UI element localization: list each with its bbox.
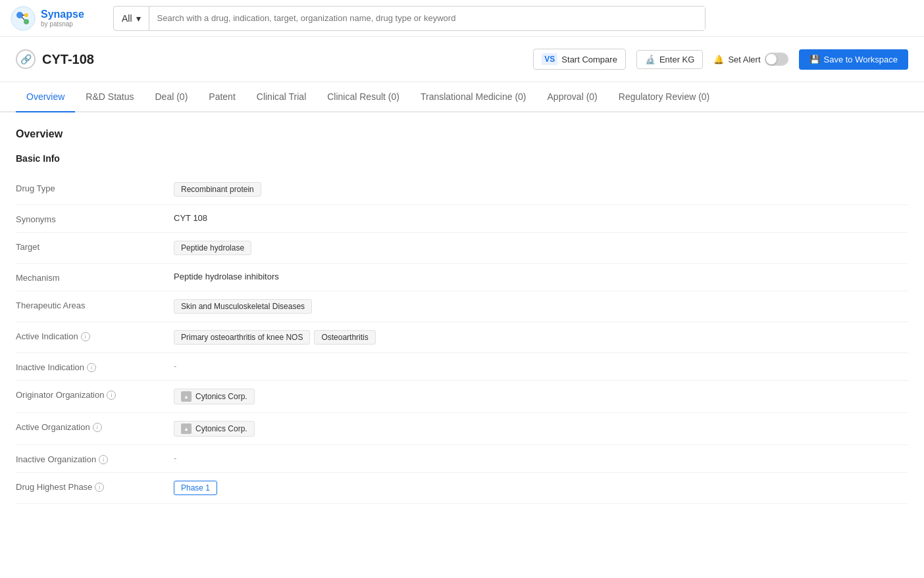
tab-translational-medicine[interactable]: Translational Medicine (0) bbox=[410, 82, 537, 112]
active-org-icon: ▲ bbox=[181, 423, 192, 434]
svg-point-4 bbox=[24, 13, 28, 17]
inactive-indication-label: Inactive Indication i bbox=[16, 361, 174, 372]
drug-title-area: 🔗 CYT-108 bbox=[16, 49, 533, 69]
target-tag[interactable]: Peptide hydrolase bbox=[174, 241, 251, 255]
synonyms-text: CYT 108 bbox=[174, 213, 207, 223]
drug-highest-phase-info-icon[interactable]: i bbox=[95, 483, 104, 492]
inactive-org-label: Inactive Organization i bbox=[16, 453, 174, 464]
drug-type-label: Drug Type bbox=[16, 182, 174, 193]
tab-clinical-trial[interactable]: Clinical Trial bbox=[246, 82, 317, 112]
save-icon: 💾 bbox=[809, 55, 820, 64]
active-indication-value: Primary osteoarthritis of knee NOS Osteo… bbox=[174, 330, 908, 345]
mechanism-label: Mechanism bbox=[16, 272, 174, 283]
inactive-indication-dash: - bbox=[174, 361, 176, 371]
filter-label: All bbox=[122, 13, 132, 24]
target-row: Target Peptide hydrolase bbox=[16, 233, 908, 264]
inactive-org-dash: - bbox=[174, 453, 176, 463]
originator-org-name: Cytonics Corp. bbox=[195, 392, 247, 401]
active-org-row: Active Organization i ▲ Cytonics Corp. bbox=[16, 413, 908, 445]
compare-icon: VS bbox=[542, 53, 557, 65]
set-alert-label: Set Alert bbox=[728, 55, 760, 64]
search-input[interactable] bbox=[149, 7, 705, 30]
logo-text-block: Synapse by patsnap bbox=[41, 9, 84, 28]
inactive-org-value: - bbox=[174, 453, 908, 463]
overview-section-title: Overview bbox=[16, 128, 908, 140]
therapeutic-areas-row: Therapeutic Areas Skin and Musculoskelet… bbox=[16, 291, 908, 322]
originator-org-tag[interactable]: ▲ Cytonics Corp. bbox=[174, 389, 255, 404]
synapse-logo-icon bbox=[11, 6, 36, 31]
synonyms-row: Synonyms CYT 108 bbox=[16, 205, 908, 233]
inactive-org-row: Inactive Organization i - bbox=[16, 445, 908, 473]
mechanism-row: Mechanism Peptide hydrolase inhibitors bbox=[16, 264, 908, 291]
active-org-info-icon[interactable]: i bbox=[93, 423, 102, 432]
drug-name: CYT-108 bbox=[42, 52, 94, 67]
drug-highest-phase-tag[interactable]: Phase 1 bbox=[174, 481, 217, 495]
originator-org-label: Originator Organization i bbox=[16, 389, 174, 400]
drug-highest-phase-row: Drug Highest Phase i Phase 1 bbox=[16, 473, 908, 504]
main-content: Overview Basic Info Drug Type Recombinan… bbox=[0, 112, 924, 519]
link-icon: 🔗 bbox=[20, 54, 32, 64]
tab-overview[interactable]: Overview bbox=[16, 82, 75, 112]
tab-approval[interactable]: Approval (0) bbox=[537, 82, 608, 112]
set-alert-toggle[interactable] bbox=[765, 53, 788, 66]
active-indication-tag-2[interactable]: Osteoarthritis bbox=[314, 330, 375, 345]
enter-kg-label: Enter KG bbox=[659, 55, 694, 64]
drug-type-tag[interactable]: Recombinant protein bbox=[174, 182, 261, 197]
active-indication-label: Active Indication i bbox=[16, 330, 174, 341]
logo-sub: by patsnap bbox=[41, 20, 84, 28]
top-header: Synapse by patsnap All ▾ bbox=[0, 0, 924, 37]
toggle-knob bbox=[766, 54, 777, 64]
active-org-tag[interactable]: ▲ Cytonics Corp. bbox=[174, 421, 255, 437]
drug-highest-phase-value: Phase 1 bbox=[174, 481, 908, 495]
therapeutic-areas-value: Skin and Musculoskeletal Diseases bbox=[174, 299, 908, 314]
originator-org-info-icon[interactable]: i bbox=[107, 391, 116, 400]
logo-area: Synapse by patsnap bbox=[11, 6, 103, 31]
therapeutic-areas-label: Therapeutic Areas bbox=[16, 299, 174, 310]
search-bar: All ▾ bbox=[113, 6, 706, 31]
tab-rd-status[interactable]: R&D Status bbox=[75, 82, 144, 112]
tab-deal[interactable]: Deal (0) bbox=[145, 82, 199, 112]
inactive-org-info-icon[interactable]: i bbox=[99, 455, 108, 464]
logo-name: Synapse bbox=[41, 9, 84, 20]
inactive-indication-info-icon[interactable]: i bbox=[87, 363, 96, 372]
drug-highest-phase-label: Drug Highest Phase i bbox=[16, 481, 174, 492]
tabs-bar: Overview R&D Status Deal (0) Patent Clin… bbox=[0, 82, 924, 112]
active-org-value: ▲ Cytonics Corp. bbox=[174, 421, 908, 437]
basic-info-title: Basic Info bbox=[16, 153, 908, 164]
save-to-workspace-label: Save to Workspace bbox=[824, 55, 898, 64]
mechanism-text: Peptide hydrolase inhibitors bbox=[174, 272, 279, 281]
synonyms-value: CYT 108 bbox=[174, 213, 908, 223]
drug-type-value: Recombinant protein bbox=[174, 182, 908, 197]
target-label: Target bbox=[16, 241, 174, 252]
inactive-indication-row: Inactive Indication i - bbox=[16, 353, 908, 381]
active-indication-tag-1[interactable]: Primary osteoarthritis of knee NOS bbox=[174, 330, 310, 345]
filter-dropdown[interactable]: All ▾ bbox=[114, 7, 149, 30]
alert-icon: 🔔 bbox=[713, 55, 724, 64]
org-icon: ▲ bbox=[181, 391, 192, 402]
drug-actions: VS Start Compare 🔬 Enter KG 🔔 Set Alert … bbox=[533, 49, 908, 70]
start-compare-button[interactable]: VS Start Compare bbox=[533, 49, 626, 70]
tab-clinical-result[interactable]: Clinical Result (0) bbox=[317, 82, 410, 112]
target-value: Peptide hydrolase bbox=[174, 241, 908, 255]
chevron-down-icon: ▾ bbox=[136, 13, 141, 24]
active-indication-info-icon[interactable]: i bbox=[81, 332, 90, 341]
tab-patent[interactable]: Patent bbox=[198, 82, 245, 112]
enter-kg-button[interactable]: 🔬 Enter KG bbox=[636, 50, 703, 69]
drug-icon: 🔗 bbox=[16, 49, 36, 69]
set-alert-toggle-area: 🔔 Set Alert bbox=[713, 53, 788, 66]
drug-header: 🔗 CYT-108 VS Start Compare 🔬 Enter KG 🔔 … bbox=[0, 37, 924, 82]
mechanism-value: Peptide hydrolase inhibitors bbox=[174, 272, 908, 281]
synonyms-label: Synonyms bbox=[16, 213, 174, 224]
active-indication-row: Active Indication i Primary osteoarthrit… bbox=[16, 322, 908, 353]
active-org-name: Cytonics Corp. bbox=[195, 424, 247, 433]
originator-org-value: ▲ Cytonics Corp. bbox=[174, 389, 908, 404]
save-to-workspace-button[interactable]: 💾 Save to Workspace bbox=[799, 49, 908, 70]
therapeutic-areas-tag[interactable]: Skin and Musculoskeletal Diseases bbox=[174, 299, 312, 314]
inactive-indication-value: - bbox=[174, 361, 908, 371]
drug-type-row: Drug Type Recombinant protein bbox=[16, 174, 908, 205]
active-org-label: Active Organization i bbox=[16, 421, 174, 432]
originator-org-row: Originator Organization i ▲ Cytonics Cor… bbox=[16, 381, 908, 413]
tab-regulatory-review[interactable]: Regulatory Review (0) bbox=[608, 82, 721, 112]
kg-icon: 🔬 bbox=[645, 55, 655, 64]
start-compare-label: Start Compare bbox=[561, 55, 617, 64]
